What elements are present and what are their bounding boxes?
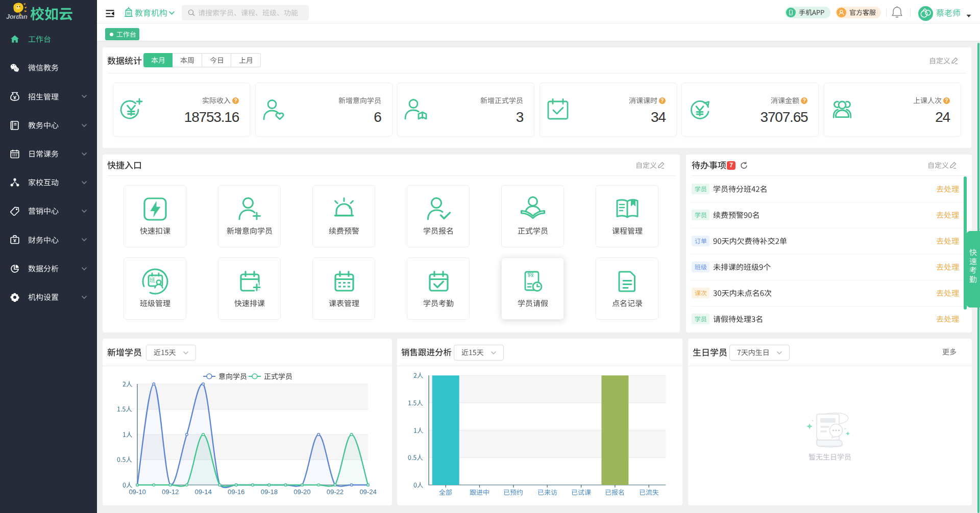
- svg-text:Jordan: Jordan: [6, 13, 28, 20]
